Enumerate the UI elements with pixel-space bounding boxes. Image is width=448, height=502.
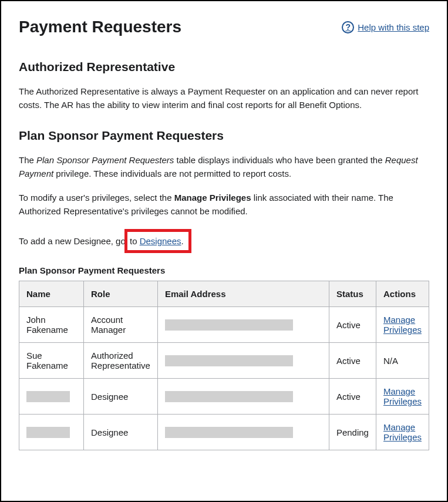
help-link-label: Help with this step — [358, 22, 429, 32]
manage-privileges-link[interactable]: Manage Privileges — [383, 386, 422, 406]
col-header-status: Status — [329, 281, 376, 307]
cell-email — [157, 343, 329, 379]
plan-sponsor-intro: The Plan Sponsor Payment Requesters tabl… — [19, 153, 429, 181]
cell-actions: Manage Privileges — [376, 379, 429, 415]
redacted-name — [26, 391, 70, 402]
table-row: John FakenameAccount ManagerActiveManage… — [19, 307, 429, 343]
cell-name — [19, 415, 84, 450]
cell-status: Active — [329, 343, 376, 379]
question-icon: ? — [342, 21, 354, 33]
cell-role: Account Manager — [84, 307, 158, 343]
redacted-name — [26, 427, 70, 438]
col-header-name: Name — [19, 281, 84, 307]
page-title: Payment Requesters — [19, 18, 181, 36]
table-header-row: Name Role Email Address Status Actions — [19, 281, 429, 307]
cell-email — [157, 415, 329, 450]
cell-status: Active — [329, 307, 376, 343]
redacted-email — [165, 319, 293, 331]
highlight-box: to Designees. — [124, 229, 191, 253]
help-link[interactable]: ? Help with this step — [342, 21, 429, 33]
designees-link[interactable]: Designees — [140, 236, 181, 246]
plan-sponsor-heading: Plan Sponsor Payment Requesters — [19, 129, 429, 143]
cell-status: Pending — [329, 415, 376, 450]
auth-rep-body: The Authorized Representative is always … — [19, 85, 429, 112]
col-header-role: Role — [84, 281, 158, 307]
manage-privileges-link[interactable]: Manage Privileges — [383, 422, 422, 442]
col-header-email: Email Address — [157, 281, 329, 307]
cell-name: Sue Fakename — [19, 343, 84, 379]
cell-actions: Manage Privileges — [376, 415, 429, 450]
add-designee-text: To add a new Designee, go to Designees. — [19, 229, 429, 253]
col-header-actions: Actions — [376, 281, 429, 307]
table-row: DesigneeActiveManage Privileges — [19, 379, 429, 415]
manage-privileges-link[interactable]: Manage Privileges — [383, 315, 422, 335]
cell-actions: Manage Privileges — [376, 307, 429, 343]
cell-role: Designee — [84, 379, 158, 415]
page-frame: Payment Requesters ? Help with this step… — [0, 0, 448, 502]
auth-rep-heading: Authorized Representative — [19, 60, 429, 74]
table-row: Sue FakenameAuthorized RepresentativeAct… — [19, 343, 429, 379]
cell-role: Designee — [84, 415, 158, 450]
cell-status: Active — [329, 379, 376, 415]
cell-name — [19, 379, 84, 415]
requesters-table: Name Role Email Address Status Actions J… — [19, 281, 429, 450]
redacted-email — [165, 391, 293, 402]
table-caption: Plan Sponsor Payment Requesters — [19, 264, 429, 277]
redacted-email — [165, 427, 293, 438]
modify-privileges-text: To modify a user's privileges, select th… — [19, 191, 429, 218]
cell-email — [157, 379, 329, 415]
header-row: Payment Requesters ? Help with this step — [19, 18, 429, 36]
cell-name: John Fakename — [19, 307, 84, 343]
table-row: DesigneePendingManage Privileges — [19, 415, 429, 450]
cell-role: Authorized Representative — [84, 343, 158, 379]
redacted-email — [165, 355, 293, 366]
cell-email — [157, 307, 329, 343]
cell-actions: N/A — [376, 343, 429, 379]
